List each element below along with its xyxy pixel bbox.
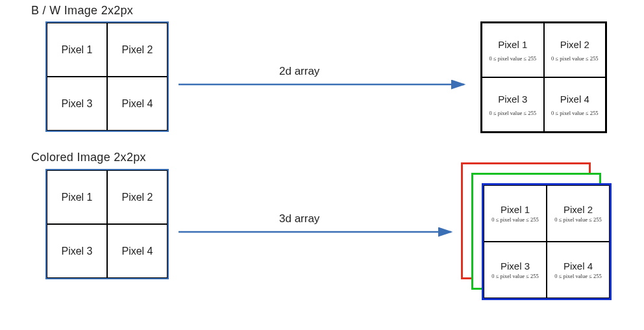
pixel-constraint: 0 ≤ pixel value ≤ 255 [489,55,536,62]
pixel-label: Pixel 3 [61,246,92,257]
color-out-cell-3: Pixel 3 0 ≤ pixel value ≤ 255 [484,242,547,298]
bw-src-cell-3: Pixel 3 [47,77,107,131]
bw-title: B / W Image 2x2px [31,4,133,18]
color-out-cell-2: Pixel 2 0 ≤ pixel value ≤ 255 [547,185,610,242]
pixel-label: Pixel 2 [564,204,593,215]
pixel-label: Pixel 1 [61,192,92,203]
color-src-cell-2: Pixel 2 [107,170,167,224]
pixel-label: Pixel 2 [560,39,589,50]
channel-layer-blue: Pixel 1 0 ≤ pixel value ≤ 255 Pixel 2 0 … [482,183,612,300]
bw-out-cell-1: Pixel 1 0 ≤ pixel value ≤ 255 [482,23,544,77]
bw-src-cell-2: Pixel 2 [107,23,167,77]
bw-out-cell-4: Pixel 4 0 ≤ pixel value ≤ 255 [544,77,606,132]
pixel-label: Pixel 2 [121,44,153,56]
pixel-constraint: 0 ≤ pixel value ≤ 255 [491,216,538,223]
bw-output-grid: Pixel 1 0 ≤ pixel value ≤ 255 Pixel 2 0 … [480,21,607,133]
pixel-label: Pixel 4 [121,246,153,257]
pixel-label: Pixel 4 [560,94,589,105]
pixel-constraint: 0 ≤ pixel value ≤ 255 [551,110,598,116]
color-out-cell-4: Pixel 4 0 ≤ pixel value ≤ 255 [547,242,610,298]
arrow-2d-label: 2d array [279,65,319,78]
pixel-constraint: 0 ≤ pixel value ≤ 255 [554,273,601,279]
bw-src-cell-1: Pixel 1 [47,23,107,77]
arrow-2d [175,75,474,94]
pixel-label: Pixel 3 [61,98,92,110]
color-source-grid: Pixel 1 Pixel 2 Pixel 3 Pixel 4 [45,169,169,279]
pixel-constraint: 0 ≤ pixel value ≤ 255 [554,216,601,223]
pixel-label: Pixel 4 [564,260,593,272]
pixel-label: Pixel 1 [498,39,527,50]
pixel-label: Pixel 2 [121,192,153,203]
color-src-cell-1: Pixel 1 [47,170,107,224]
pixel-constraint: 0 ≤ pixel value ≤ 255 [489,110,536,116]
pixel-constraint: 0 ≤ pixel value ≤ 255 [551,55,598,62]
bw-out-cell-2: Pixel 2 0 ≤ pixel value ≤ 255 [544,23,606,77]
pixel-label: Pixel 1 [501,204,530,215]
bw-src-cell-4: Pixel 4 [107,77,167,131]
color-title: Colored Image 2x2px [31,151,146,164]
bw-source-grid: Pixel 1 Pixel 2 Pixel 3 Pixel 4 [45,21,169,132]
pixel-label: Pixel 4 [121,98,153,110]
pixel-label: Pixel 1 [61,44,92,56]
arrow-3d-label: 3d array [279,212,319,225]
pixel-constraint: 0 ≤ pixel value ≤ 255 [491,273,538,279]
color-src-cell-3: Pixel 3 [47,224,107,278]
pixel-label: Pixel 3 [501,260,530,272]
color-out-cell-1: Pixel 1 0 ≤ pixel value ≤ 255 [484,185,547,242]
bw-out-cell-3: Pixel 3 0 ≤ pixel value ≤ 255 [482,77,544,132]
pixel-label: Pixel 3 [498,94,527,105]
color-src-cell-4: Pixel 4 [107,224,167,278]
